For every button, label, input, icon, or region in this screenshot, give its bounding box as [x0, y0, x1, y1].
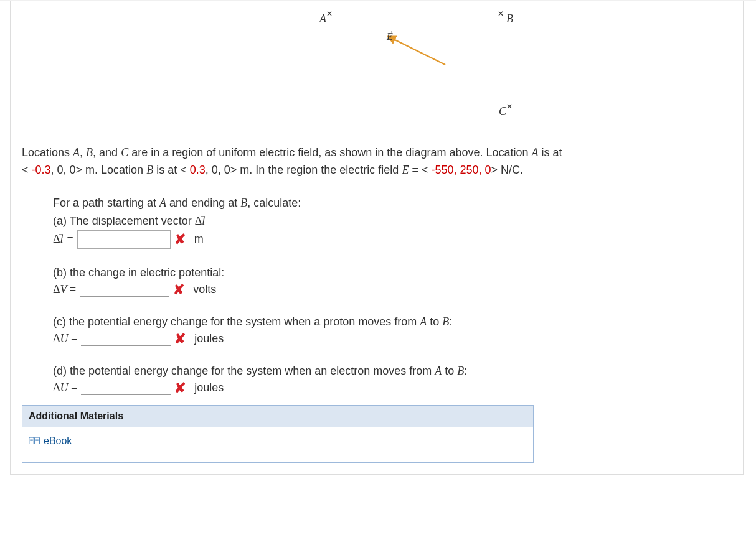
diagram: A✕ ✕B C✕ →E — [22, 9, 732, 133]
e-vector-arrow-icon — [383, 34, 458, 71]
unit-label: volts — [193, 283, 216, 296]
ebook-label: eBook — [44, 436, 72, 447]
svg-line-0 — [392, 39, 445, 65]
point-B-label: ✕B — [500, 12, 513, 26]
answer-a-input[interactable] — [77, 230, 171, 249]
unit-label: joules — [194, 332, 224, 345]
question-container: A✕ ✕B C✕ →E Locations A, B, — [10, 1, 744, 475]
e-vector-label: →E — [387, 31, 393, 42]
wrong-icon: ✘ — [173, 282, 184, 298]
additional-materials-header: Additional Materials — [22, 406, 533, 427]
point-B-x-icon: ✕ — [498, 9, 504, 18]
point-C-label: C✕ — [499, 105, 513, 118]
additional-materials-panel: Additional Materials eBook — [22, 405, 534, 463]
wrong-icon: ✘ — [174, 231, 186, 248]
point-A-x-icon: ✕ — [326, 9, 333, 18]
answer-d-input[interactable] — [81, 381, 171, 395]
problem-text: Locations A, B, and C are in a region of… — [22, 144, 732, 179]
book-icon — [29, 437, 40, 445]
part-c-answer-row: ΔU = ✘ joules — [53, 331, 719, 347]
point-C-x-icon: ✕ — [506, 102, 513, 111]
answer-b-input[interactable] — [80, 282, 169, 297]
part-d-answer-row: ΔU = ✘ joules — [53, 380, 719, 396]
wrong-icon: ✘ — [174, 331, 186, 347]
part-a-answer-row: Δl→ = ✘ m — [53, 230, 719, 249]
unit-label: joules — [194, 381, 224, 394]
ebook-link[interactable]: eBook — [29, 436, 72, 447]
answer-c-input[interactable] — [81, 332, 171, 346]
unit-label: m — [194, 233, 204, 246]
part-b-answer-row: ΔV = ✘ volts — [53, 282, 719, 298]
sub-questions: For a path starting at A and ending at B… — [53, 197, 719, 396]
point-A-label: A✕ — [319, 12, 333, 26]
wrong-icon: ✘ — [174, 380, 186, 396]
